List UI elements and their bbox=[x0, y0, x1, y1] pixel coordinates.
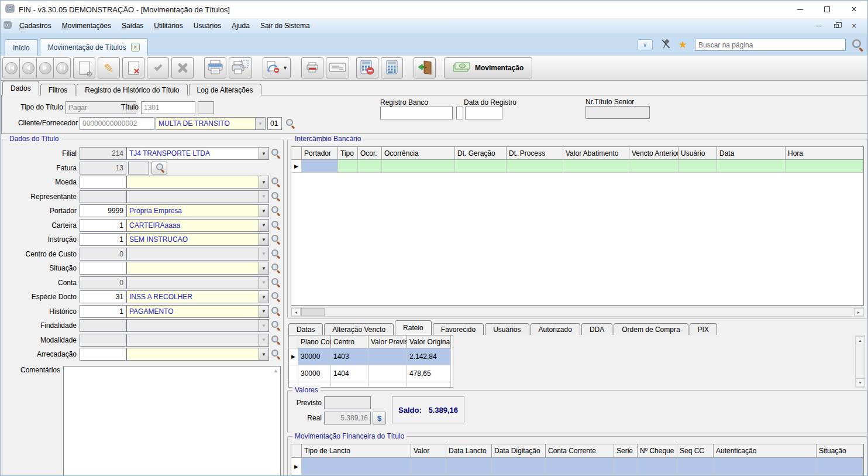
arrecadacao-code-input[interactable] bbox=[80, 348, 126, 361]
magnifier-icon[interactable] bbox=[271, 221, 281, 230]
tab-favorecido[interactable]: Favorecido bbox=[433, 323, 484, 335]
table-row[interactable]: ▶ bbox=[291, 458, 863, 475]
column-header-ocorrencia[interactable]: Ocorrência bbox=[382, 147, 455, 160]
column-header-portador[interactable]: Portador bbox=[302, 147, 338, 160]
next-record-button[interactable] bbox=[36, 57, 54, 78]
chevron-down-icon[interactable]: ▼ bbox=[259, 306, 268, 317]
first-record-button[interactable] bbox=[2, 57, 20, 78]
menu-item-utilitarios[interactable]: Utilitários bbox=[149, 20, 188, 32]
menu-item-movimentacoes[interactable]: Movimentações bbox=[57, 20, 116, 32]
search-icon[interactable] bbox=[852, 39, 864, 51]
column-header-tipo[interactable]: Tipo bbox=[338, 147, 358, 160]
menu-item-cadastros[interactable]: Cadastros bbox=[14, 20, 57, 32]
mdi-minimize-button[interactable]: ─ bbox=[812, 20, 826, 31]
column-header-vencto-anterior[interactable]: Vencto Anterior bbox=[629, 147, 678, 160]
column-header-valor-abatimento[interactable]: Valor Abatimento bbox=[563, 147, 629, 160]
menu-item-sair-do-sistema[interactable]: Sair do Sistema bbox=[255, 20, 315, 32]
edit-record-button[interactable]: ✎ bbox=[98, 57, 120, 78]
carteira-code-input[interactable]: 1 bbox=[80, 219, 126, 232]
chevron-down-icon[interactable]: ∨ bbox=[638, 39, 653, 50]
tab-ordem-de-compra[interactable]: Ordem de Compra bbox=[614, 323, 688, 335]
column-header-hora[interactable]: Hora bbox=[786, 147, 863, 160]
scroll-up-icon[interactable]: ▲ bbox=[273, 368, 278, 374]
chevron-down-icon[interactable]: ▼ bbox=[259, 176, 268, 188]
table-row[interactable]: ▶3000014032.142,84 bbox=[289, 348, 453, 365]
scroll-left-button[interactable]: ◂ bbox=[291, 308, 301, 316]
column-header-data-digitacao[interactable]: Data Digitação bbox=[492, 444, 546, 458]
tab-pix[interactable]: PIX bbox=[690, 323, 717, 335]
tab-filtros[interactable]: Filtros bbox=[40, 84, 76, 95]
cliente-fornecedor-code-input[interactable]: 00000000000002 bbox=[80, 117, 154, 130]
scroll-up-button[interactable]: ▴ bbox=[856, 336, 865, 344]
carteira-combo[interactable]: CARTEIRAaaaa▼ bbox=[126, 219, 269, 232]
column-header-autenticacao[interactable]: Autenticação bbox=[714, 444, 817, 458]
mdi-restore-button[interactable] bbox=[829, 20, 843, 31]
column-header-valor-previsao[interactable]: Valor Previsão bbox=[368, 335, 407, 348]
tab-rateio[interactable]: Rateio bbox=[395, 320, 432, 335]
chevron-down-icon[interactable]: ▼ bbox=[259, 348, 268, 360]
column-header-data[interactable]: Data bbox=[717, 147, 786, 160]
magnifier-icon[interactable] bbox=[271, 206, 281, 215]
mdi-close-button[interactable]: × bbox=[847, 20, 861, 31]
chevron-down-icon[interactable]: ▼ bbox=[259, 291, 268, 303]
cancel-button[interactable] bbox=[171, 57, 194, 78]
last-record-button[interactable] bbox=[53, 57, 71, 78]
pin-disabled-icon[interactable] bbox=[660, 39, 671, 51]
exit-button[interactable] bbox=[414, 57, 436, 78]
send-button[interactable]: ▼ bbox=[263, 57, 291, 78]
chevron-down-icon[interactable]: ▼ bbox=[259, 148, 268, 159]
print-receipt-button[interactable] bbox=[301, 57, 323, 78]
column-header-tipo-de-lancto[interactable]: Tipo de Lancto bbox=[302, 444, 411, 458]
column-header-conta-corrente[interactable]: Conta Corrente bbox=[546, 444, 614, 458]
registro-banco-input[interactable] bbox=[380, 107, 453, 119]
magnifier-icon[interactable] bbox=[271, 149, 281, 158]
column-header-valor[interactable]: Valor bbox=[411, 444, 446, 458]
data-do-registro-input[interactable] bbox=[465, 107, 502, 119]
print-button[interactable] bbox=[204, 57, 226, 78]
tab-movimentacao-de-titulos[interactable]: Movimentação de Títulos × bbox=[40, 38, 148, 56]
column-header-valor-original[interactable]: Valor Original bbox=[407, 335, 451, 348]
menu-item-usuarios[interactable]: Usuários bbox=[188, 20, 226, 32]
titulo-input[interactable]: 1301 bbox=[141, 101, 195, 114]
column-header-plano-conta[interactable]: Plano Conta bbox=[298, 335, 331, 348]
arrecadacao-combo[interactable]: ▼ bbox=[126, 348, 269, 361]
previous-record-button[interactable] bbox=[19, 57, 37, 78]
tab-log-de-alteracoes[interactable]: Log de Alterações bbox=[189, 84, 261, 95]
filial-combo[interactable]: TJ4 TRANSPORTE LTDA▼ bbox=[126, 147, 269, 160]
tab-usuarios[interactable]: Usuários bbox=[485, 323, 529, 335]
fatura-search-button[interactable] bbox=[151, 162, 167, 174]
magnifier-icon[interactable] bbox=[271, 192, 281, 201]
tab-dda[interactable]: DDA bbox=[581, 323, 612, 335]
column-header-ocor[interactable]: Ocor. bbox=[358, 147, 382, 160]
menu-item-saidas[interactable]: Saídas bbox=[116, 20, 149, 32]
print-preview-button[interactable] bbox=[229, 57, 252, 78]
magnifier-icon[interactable] bbox=[286, 119, 295, 128]
magnifier-icon[interactable] bbox=[271, 249, 281, 259]
new-record-button[interactable] bbox=[73, 57, 95, 78]
column-header-serie[interactable]: Serie bbox=[614, 444, 638, 458]
situacao-code-input[interactable] bbox=[80, 262, 126, 275]
tab-inicio[interactable]: Início bbox=[5, 39, 38, 56]
column-header-dt-geracao[interactable]: Dt. Geração bbox=[455, 147, 507, 160]
magnifier-icon[interactable] bbox=[271, 335, 281, 345]
tab-alteracao-vencto[interactable]: Alteração Vencto bbox=[324, 323, 394, 335]
table-row[interactable]: 300001404478,65 bbox=[289, 365, 453, 382]
magnifier-icon[interactable] bbox=[271, 235, 281, 244]
remove-calculation-button[interactable] bbox=[356, 57, 378, 78]
historico-combo[interactable]: PAGAMENTO▼ bbox=[126, 305, 269, 318]
tab-autorizado[interactable]: Autorizado bbox=[531, 323, 580, 335]
close-button[interactable]: × bbox=[841, 1, 867, 18]
column-header-seq-cc[interactable]: Seq CC bbox=[677, 444, 714, 458]
favorite-star-icon[interactable]: ★ bbox=[678, 40, 687, 50]
moeda-combo[interactable]: ▼ bbox=[126, 176, 269, 189]
calculator-button[interactable] bbox=[381, 57, 403, 78]
chevron-down-icon[interactable]: ▼ bbox=[259, 205, 268, 217]
magnifier-icon[interactable] bbox=[271, 350, 281, 359]
delete-record-button[interactable] bbox=[122, 57, 144, 78]
magnifier-icon[interactable] bbox=[271, 307, 281, 316]
magnifier-icon[interactable] bbox=[271, 263, 281, 273]
column-header-n-cheque[interactable]: Nº Cheque bbox=[638, 444, 677, 458]
especie-docto-combo[interactable]: INSS A RECOLHER▼ bbox=[126, 290, 269, 303]
comentarios-textarea[interactable]: ▲ bbox=[63, 366, 281, 476]
scroll-right-button[interactable]: ▸ bbox=[854, 308, 863, 316]
